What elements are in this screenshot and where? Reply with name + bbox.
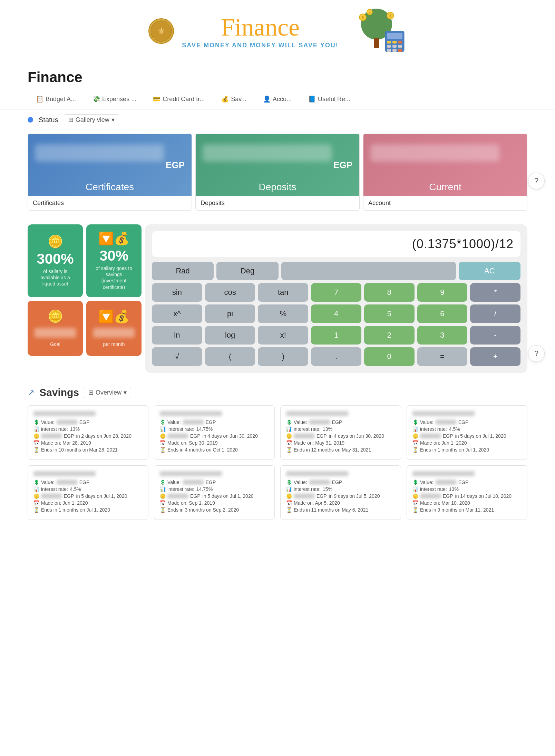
tab-useful[interactable]: 📘 Useful Re...	[300, 93, 359, 106]
svg-rect-14	[392, 41, 397, 43]
tab-expenses[interactable]: 💸 Expenses ...	[84, 93, 145, 106]
gallery-grid: EGP Certificates Certificates EGP Deposi…	[0, 130, 555, 217]
made-icon-2: 📅	[160, 440, 165, 446]
svg-rect-21	[398, 49, 402, 52]
saving-card-8[interactable]: 💲 Value: EGP 📊 interest rate: 13% 🪙 EGP …	[407, 465, 527, 520]
dollar-icon-4: 💲	[412, 419, 418, 425]
calc-3-button[interactable]: 3	[417, 326, 468, 345]
saving-card-7-made: 📅 Made on: Apr 5, 2020	[286, 500, 395, 506]
stat-goal-label: Goal	[50, 341, 60, 347]
tab-accounts[interactable]: 👤 Acco...	[255, 93, 300, 106]
calc-ln-button[interactable]: ln	[152, 326, 202, 345]
tab-budget[interactable]: 📋 Budget A...	[28, 93, 84, 106]
rate-icon: 📊	[33, 426, 39, 432]
calc-pi-button[interactable]: pi	[205, 304, 255, 323]
calc-minus-button[interactable]: -	[470, 326, 520, 345]
dollar-icon: 💲	[33, 419, 39, 425]
savings-view-button[interactable]: ⊞ Overview ▾	[84, 387, 131, 398]
calc-log-button[interactable]: log	[205, 326, 255, 345]
svg-text:$: $	[362, 16, 364, 20]
calendar-icon-3: 🪙	[286, 433, 292, 439]
calc-6-button[interactable]: 6	[417, 304, 468, 323]
gallery-card-certificates[interactable]: EGP Certificates Certificates	[28, 134, 192, 211]
calculator-buttons: Rad Deg AC sin cos tan 7 8 9 * x^ pi % 4	[152, 262, 520, 366]
calc-9-button[interactable]: 9	[417, 283, 468, 302]
svg-rect-13	[387, 41, 391, 43]
blurred-title-1	[33, 411, 96, 416]
rate-icon-2: 📊	[160, 426, 165, 432]
calc-cos-button[interactable]: cos	[205, 283, 255, 302]
calc-rparen-button[interactable]: )	[258, 347, 308, 366]
calc-percent-button[interactable]: %	[258, 304, 308, 323]
dollar-icon-7: 💲	[286, 479, 292, 485]
calc-tan-button[interactable]: tan	[258, 283, 308, 302]
tab-accounts-label: Acco...	[273, 96, 292, 103]
saving-card-6-made: 📅 Made on: Sep 1, 2019	[160, 500, 269, 506]
help-circle-2[interactable]: ?	[528, 345, 545, 362]
blurred-title-8	[412, 471, 475, 476]
calc-deg-button[interactable]: Deg	[216, 262, 278, 280]
saving-card-6[interactable]: 💲 Value: EGP 📊 interest rate: 14.75% 🪙 E…	[154, 465, 275, 520]
gallery-card-deposits[interactable]: EGP Deposits Deposits	[195, 134, 360, 211]
calc-2-button[interactable]: 2	[364, 326, 415, 345]
calendar-icon-4: 🪙	[412, 433, 418, 439]
saving-card-2-rate: 📊 interest rate: 14.75%	[160, 426, 269, 432]
calc-lparen-button[interactable]: (	[205, 347, 255, 366]
gallery-view-button[interactable]: ⊞ Gallery view ▾	[64, 114, 119, 125]
saving-card-4[interactable]: 💲 Value: EGP 📊 interest rate: 4.5% 🪙 EGP…	[407, 405, 527, 460]
gallery-card-current[interactable]: Current Account	[363, 134, 527, 211]
made-icon-8: 📅	[412, 500, 418, 506]
help-circle-1[interactable]: ?	[528, 173, 545, 189]
calc-ac-button[interactable]: AC	[459, 262, 520, 280]
tab-expenses-icon: 💸	[92, 95, 100, 103]
calc-5-button[interactable]: 5	[364, 304, 415, 323]
dollar-icon-3: 💲	[286, 419, 292, 425]
blurred-title-3	[286, 411, 348, 416]
saving-card-7[interactable]: 💲 Value: EGP 📊 interest rate: 15% 🪙 EGP …	[280, 465, 401, 520]
saving-card-1-value: 💲 Value: EGP	[33, 419, 143, 425]
calc-factorial-button[interactable]: x!	[258, 326, 308, 345]
calc-xpow-button[interactable]: x^	[152, 304, 202, 323]
stat-funnel-icon: 🔽💰	[98, 231, 129, 246]
saving-card-2-ends: ⏳ Ends in 4 months on Oct 1, 2020	[160, 447, 269, 453]
saving-card-7-days: 🪙 EGP in 9 days on Jul 5, 2020	[286, 493, 395, 499]
calc-dot-button[interactable]: .	[311, 347, 361, 366]
saving-card-1-title	[33, 411, 143, 416]
tab-credit-label: Credit Card tr...	[163, 96, 205, 103]
status-dot	[28, 117, 33, 123]
calc-row-1: Rad Deg AC	[152, 262, 520, 280]
saving-card-5[interactable]: 💲 Value: EGP 📊 interest rate: 4.5% 🪙 EGP…	[28, 465, 148, 520]
calc-rad-button[interactable]: Rad	[152, 262, 214, 280]
calc-7-button[interactable]: 7	[311, 283, 361, 302]
stat-goal-blurred	[35, 328, 76, 338]
calc-row-4: ln log x! 1 2 3 -	[152, 326, 520, 345]
tab-credit-icon: 💳	[153, 95, 160, 103]
saving-card-4-title	[412, 411, 522, 416]
calc-sin-button[interactable]: sin	[152, 283, 202, 302]
deposits-image: EGP Deposits	[196, 134, 359, 196]
widgets-row: 🪙 300% of sallary is available as a liqu…	[0, 217, 555, 380]
calc-plus-button[interactable]: +	[470, 347, 520, 366]
calc-0-button[interactable]: 0	[364, 347, 415, 366]
saving-card-3-made: 📅 Made on: May 31, 2019	[286, 440, 395, 446]
stat-permonth-blurred	[93, 328, 135, 338]
calc-4-button[interactable]: 4	[311, 304, 361, 323]
stat-30-value: 30%	[99, 249, 128, 263]
tab-savings[interactable]: 💰 Sav...	[213, 93, 255, 106]
saving-card-1[interactable]: 💲 Value: EGP 📊 interest rate: 13% 🪙 EGP …	[28, 405, 148, 460]
saving-card-4-made: 📅 Made on: Jun 1, 2020	[412, 440, 522, 446]
tab-credit[interactable]: 💳 Credit Card tr...	[145, 93, 213, 106]
calc-equals-button[interactable]: =	[417, 347, 468, 366]
tab-useful-icon: 📘	[308, 95, 316, 103]
calc-divide-button[interactable]: /	[470, 304, 520, 323]
rate-icon-6: 📊	[160, 486, 165, 492]
calc-1-button[interactable]: 1	[311, 326, 361, 345]
saving-card-5-made: 📅 Made on: Jun 1, 2020	[33, 500, 143, 506]
saving-card-3[interactable]: 💲 Value: EGP 📊 interest rate: 13% 🪙 EGP …	[280, 405, 401, 460]
saving-card-2[interactable]: 💲 Value: EGP 📊 interest rate: 14.75% 🪙 E…	[154, 405, 275, 460]
calculator: (0.1375*1000)/12 Rad Deg AC sin cos tan …	[145, 224, 527, 373]
saving-card-5-title	[33, 471, 143, 476]
calc-multiply-button[interactable]: *	[470, 283, 520, 302]
calc-sqrt-button[interactable]: √	[152, 347, 202, 366]
calc-8-button[interactable]: 8	[364, 283, 415, 302]
